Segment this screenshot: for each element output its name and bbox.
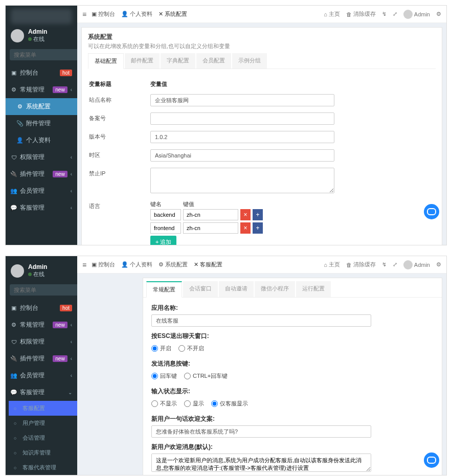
tab-会话窗口[interactable]: 会话窗口 [183,281,218,297]
radio-typing-show[interactable]: 显示 [184,400,204,407]
kv-delete-button[interactable]: × [240,222,251,234]
topbar: ≡ ▣ 控制台👤 个人资料⚙ 系统配置✕ 客服配置 ⌂ 主页 🗑 清除缓存 ↯ … [77,256,446,274]
breadcrumb-个人资料[interactable]: 👤 个人资料 [121,261,152,268]
clear-cache-link[interactable]: 🗑 清除缓存 [346,261,376,268]
sidebar-sub-会话管理[interactable]: 会话管理 [9,430,77,445]
tab-微信小程序[interactable]: 微信小程序 [255,281,295,297]
sidebar-item-附件管理[interactable]: 📎 附件管理 [6,115,77,132]
radio-send-ctrl[interactable]: CTRL+回车键 [184,372,228,380]
breadcrumb-客服配置[interactable]: ✕ 客服配置 [194,261,222,268]
sidebar-sub-客服代表管理[interactable]: 客服代表管理 [9,460,77,475]
sidebar-item-控制台[interactable]: ▣ 控制台 hot [6,300,77,316]
tab-常规配置[interactable]: 常规配置 [146,281,182,298]
search-input[interactable] [10,49,88,60]
input-timezone[interactable] [150,149,334,162]
kefu-config-panel: 常规配置会话窗口自动邀请微信小程序运行配置 应用名称: 按ESC退出聊天窗口: … [143,278,442,475]
sidebar-item-权限管理[interactable]: 🛡 权限管理 ‹ [6,149,77,166]
expand-icon[interactable]: ⤢ [393,261,397,268]
radio-esc-off[interactable]: 不开启 [178,345,204,352]
sidebar-item-权限管理[interactable]: 🛡 权限管理 ‹ [6,333,77,350]
sidebar-sub-用户管理[interactable]: 用户管理 [9,416,77,430]
breadcrumb-个人资料[interactable]: 👤 个人资料 [121,10,152,18]
sidebar-item-系统配置[interactable]: ⚙ 系统配置 [6,98,77,115]
input-version[interactable] [150,131,334,143]
input-app-name[interactable] [151,314,371,327]
radio-send-enter[interactable]: 回车键 [151,372,177,380]
label-beian: 备案号 [89,112,150,122]
sidebar-item-常规管理[interactable]: ⚙ 常规管理 new ‹ [6,316,77,333]
breadcrumb-控制台[interactable]: ▣ 控制台 [92,10,115,18]
expand-icon[interactable]: ⤢ [393,11,397,17]
topbar-user[interactable]: Admin [403,10,430,19]
shuffle-icon[interactable]: ↯ [382,11,387,17]
badge: new [53,355,67,362]
sidebar-item-常规管理[interactable]: ⚙ 常规管理 new ‹ [6,81,77,98]
tab-基础配置[interactable]: 基础配置 [88,53,124,69]
kv-delete-button[interactable]: × [240,209,251,220]
kv-key-input[interactable] [150,222,181,234]
home-link[interactable]: ⌂ 主页 [324,261,340,268]
radio-typing-kefu[interactable]: 仅客服显示 [211,400,248,407]
tab-字典配置[interactable]: 字典配置 [161,53,195,69]
chat-bubble-icon[interactable] [424,204,439,219]
sidebar-item-控制台[interactable]: ▣ 控制台 hot [6,64,77,81]
sidebar-item-客服管理[interactable]: 💬 客服管理 ⌄ [6,384,77,401]
kv-add-button[interactable]: + [253,209,263,220]
input-beian[interactable] [150,112,334,125]
breadcrumb-控制台[interactable]: ▣ 控制台 [92,261,115,268]
col-header-value: 变量值 [150,80,435,88]
user-icon: 👤 [121,11,128,17]
kv-value-input[interactable] [183,222,238,234]
sidebar-item-插件管理[interactable]: 🔌 插件管理 new ‹ [6,166,77,183]
sidebar-item-客服管理[interactable]: 💬 客服管理 ‹ [6,199,77,216]
sidebar-item-会员管理[interactable]: 👥 会员管理 ‹ [6,183,77,199]
avatar-icon [403,260,413,269]
sidebar-item-label: 插件管理 [20,170,50,178]
kv-head-val: 键值 [183,200,334,208]
label-timezone: 时区 [89,149,150,159]
chevron-left-icon: ‹ [71,356,72,361]
label-site-name: 站点名称 [89,94,150,104]
breadcrumb-系统配置[interactable]: ✕ 系统配置 [159,10,187,18]
topbar-user[interactable]: Admin [403,260,430,269]
tab-邮件配置[interactable]: 邮件配置 [125,53,160,69]
shuffle-icon[interactable]: ↯ [382,261,387,268]
tab-会员配置[interactable]: 会员配置 [196,53,231,69]
kv-key-input[interactable] [150,209,181,220]
kv-value-input[interactable] [183,209,238,220]
sidebar-item-个人资料[interactable]: 👤 个人资料 [6,132,77,149]
sidebar-toggle-icon[interactable]: ≡ [82,10,86,18]
breadcrumb-系统配置[interactable]: ⚙ 系统配置 [159,261,188,268]
shield-icon: 🛡 [11,154,17,161]
tab-运行配置[interactable]: 运行配置 [296,281,331,297]
sidebar-toggle-icon[interactable]: ≡ [82,261,86,269]
radio-typing-none[interactable]: 不显示 [151,400,177,407]
breadcrumb-label: 个人资料 [130,10,152,18]
chat-bubble-icon[interactable] [424,452,439,468]
kv-add-button[interactable]: + [253,222,263,234]
tab-示例分组[interactable]: 示例分组 [232,53,267,69]
sidebar-sub-用户留言管理[interactable]: 用户留言管理 [9,475,77,475]
input-welcome[interactable] [151,425,371,438]
badge: hot [60,305,72,311]
system-config-panel: 系统配置 可以在此增改系统的变量和分组,也可以自定义分组和变量 基础配置邮件配置… [81,27,442,245]
gear-icon: ⚙ [17,104,23,110]
sidebar-item-会员管理[interactable]: 👥 会员管理 ‹ [6,367,77,384]
breadcrumb-label: 系统配置 [165,10,187,18]
input-site-name[interactable] [150,94,334,106]
append-button[interactable]: + 追加 [150,236,176,245]
sidebar-sub-知识库管理[interactable]: 知识库管理 [9,445,77,460]
avatar-icon [11,29,24,42]
sidebar-sub-客服配置[interactable]: 客服配置 [9,401,77,416]
textarea-forbid-ip[interactable] [150,168,334,193]
settings-icon[interactable]: ⚙ [436,261,441,268]
sidebar-item-label: 权限管理 [20,337,67,346]
tab-自动邀请[interactable]: 自动邀请 [219,281,254,297]
sidebar-item-插件管理[interactable]: 🔌 插件管理 new ‹ [6,350,77,367]
settings-icon[interactable]: ⚙ [436,11,441,17]
home-link[interactable]: ⌂ 主页 [324,10,340,18]
radio-esc-on[interactable]: 开启 [151,345,171,352]
search-input[interactable] [10,284,88,296]
textarea-newmsg[interactable]: 这是一个欢迎新用户的消息,系统为用户成功分配客服后,自动以该客服身份发送此消息,… [151,454,371,472]
clear-cache-link[interactable]: 🗑 清除缓存 [346,10,376,18]
